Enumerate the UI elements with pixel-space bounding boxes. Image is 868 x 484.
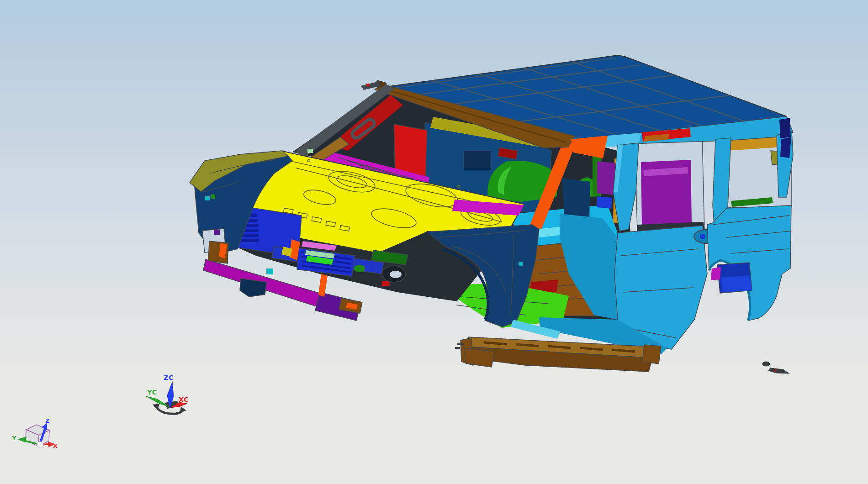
running-board-right-box [642,345,661,364]
sill-pin-2 [455,347,460,349]
rear-arch-bracket-face [721,275,752,292]
left-green-chip [211,195,215,199]
sill-pin-1 [457,343,464,345]
wcs-zc-label: ZC [164,374,173,381]
cad-scene: ZC YC XC Z Y X [0,0,868,484]
debris-blob[interactable] [762,362,770,366]
pillar-mint-chip [307,149,313,153]
fender-teal-dot [519,262,523,266]
wcs-triad[interactable]: ZC YC XC [146,374,189,414]
green-grommet [354,265,365,272]
arch-magenta-sliver [711,267,721,280]
rear-door-window[interactable] [635,137,704,232]
cad-3d-viewport[interactable]: ZC YC XC Z Y X [0,0,868,484]
orange-bar-1[interactable] [318,274,328,297]
debris-red-dot [774,369,777,372]
left-teal-chip [205,196,210,200]
fascia-opening-through [390,271,402,278]
floating-debris[interactable] [762,362,789,374]
wcs-xc-label: XC [179,396,189,403]
view-x-label: X [53,442,58,449]
d-pillar-glass-lower [780,137,791,158]
view-triad: Z Y X [11,417,58,449]
view-origin-sphere [37,442,43,448]
wcs-yc-label: YC [147,389,157,396]
view-origin-sheen [38,442,41,445]
wcs-rotate-arrowhead-2 [180,406,186,412]
door-blue-box[interactable] [597,196,612,209]
view-z-label: Z [45,417,49,424]
view-y-label: Y [11,435,16,442]
door-purple-trim[interactable] [597,161,615,195]
d-pillar-glass-upper [779,118,791,138]
car-body-model[interactable] [190,55,793,374]
dash-box [464,151,491,170]
view-y-arrowhead [17,437,26,442]
left-purple-chip [214,230,220,235]
door-inner-navy [562,178,590,219]
rail-stub-red-chip [366,84,370,86]
red-chip [382,281,390,286]
fender-bottom-bracket [464,348,494,367]
teal-chip [266,268,273,274]
debris-sliver[interactable] [768,368,789,374]
door-lock-glyph [700,234,705,239]
